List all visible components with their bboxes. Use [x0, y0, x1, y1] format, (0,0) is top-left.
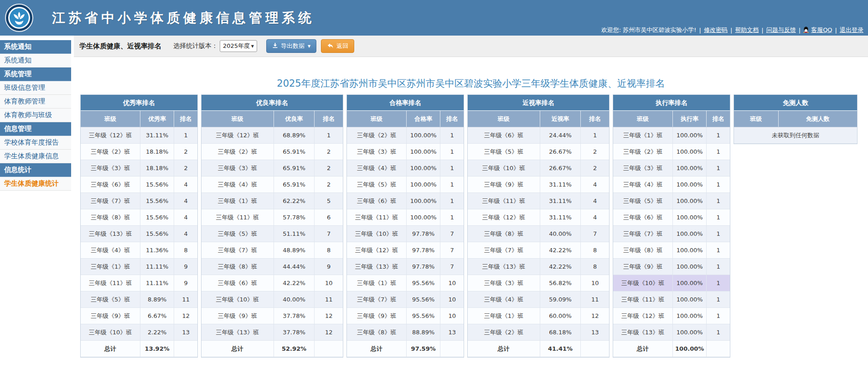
qq-penguin-icon [803, 26, 809, 34]
table-cell: 三年级《2》班 [202, 144, 274, 160]
column-header: 班级 [734, 111, 778, 127]
table-title-myopia-rate: 近视率排名 [468, 95, 609, 110]
table-row: 三年级《2》班68.18%13 [468, 324, 609, 341]
sidebar-item-school-pe-annual-report[interactable]: 学校体育年度报告 [0, 136, 71, 150]
table-cell: 100.00% [673, 209, 707, 226]
feedback-link[interactable]: 问题与反馈 [766, 26, 796, 34]
table-cell: 三年级《6》班 [468, 127, 540, 144]
table-cell: 10 [581, 275, 609, 291]
table-row: 三年级《12》班31.11%1 [81, 127, 197, 144]
back-button[interactable]: 返回 [321, 39, 354, 53]
table-cell: 26.67% [540, 144, 581, 160]
table-cell: 4 [581, 177, 609, 193]
table-cell: 26.67% [540, 160, 581, 177]
sidebar-item-student-fitness-stats[interactable]: 学生体质健康统计 [0, 177, 71, 191]
table-cell: 三年级《6》班 [202, 275, 274, 291]
table-cell: 15.56% [140, 193, 174, 209]
download-icon [272, 42, 278, 50]
table-row: 三年级《8》班15.56%4 [81, 209, 197, 226]
table-cell: 总计 [81, 341, 140, 357]
table-cell: 三年级《12》班 [81, 127, 140, 144]
table-cell: 9 [174, 275, 197, 291]
table-cell: 62.22% [274, 193, 315, 209]
table-row: 三年级《2》班100.00%1 [347, 127, 464, 144]
sidebar-item-class-info-mgmt[interactable]: 班级信息管理 [0, 81, 71, 95]
table-row: 三年级《3》班65.91%2 [202, 160, 343, 177]
table-cell: 1 [440, 193, 464, 209]
sidebar-item-system-notice[interactable]: 系统通知 [0, 54, 71, 68]
table-cell: 31.11% [540, 193, 581, 209]
table-cell: 三年级《4》班 [81, 242, 140, 259]
table-cell: 6.67% [140, 308, 174, 324]
sidebar-section-info-stats-group: 信息统计 [0, 163, 71, 177]
table-cell: 11 [581, 291, 609, 308]
table-cell: 三年级《5》班 [613, 193, 673, 209]
table-row: 三年级《11》班100.00%1 [347, 209, 464, 226]
column-header: 排名 [315, 111, 343, 127]
table-cell: 1 [707, 193, 730, 209]
table-cell: 1 [174, 127, 197, 144]
table-cell: 8 [581, 242, 609, 259]
column-header: 合格率 [407, 111, 440, 127]
table-cell: 100.00% [673, 324, 707, 341]
table-cell: 三年级《6》班 [613, 209, 673, 226]
table-row: 三年级《3》班100.00%1 [613, 160, 730, 177]
table-cell: 2 [315, 177, 343, 193]
table-header-row: 班级优良率排名 [202, 111, 343, 127]
table-row: 三年级《7》班100.00%1 [613, 226, 730, 242]
table-cell: 95.56% [407, 275, 440, 291]
table-cell: 三年级《11》班 [202, 209, 274, 226]
logout-link[interactable]: 退出登录 [840, 26, 863, 34]
help-doc-link[interactable]: 帮助文档 [735, 26, 759, 34]
table-cell: 100.00% [673, 291, 707, 308]
table-cell: 13 [581, 324, 609, 341]
table-cell: 三年级《8》班 [81, 209, 140, 226]
table-cell: 三年级《13》班 [202, 324, 274, 341]
table-row: 三年级《10》班100.00%1 [613, 275, 730, 291]
table-cell: 三年级《1》班 [613, 127, 673, 144]
table-cell: 7 [440, 242, 464, 259]
table-cell: 三年级《3》班 [347, 144, 407, 160]
page: 江苏省中小学体质健康信息管理系统 欢迎您: 苏州市吴中区碧波实验小学! | 修改… [0, 0, 868, 374]
table-cell: 100.00% [407, 127, 440, 144]
table-row: 三年级《6》班100.00%1 [347, 193, 464, 209]
table-cell: 65.91% [274, 144, 315, 160]
table-cell: 三年级《12》班 [468, 209, 540, 226]
sidebar-item-student-fitness-info[interactable]: 学生体质健康信息 [0, 150, 71, 163]
table-cell: 42.22% [274, 275, 315, 291]
table-cell: 42.22% [540, 259, 581, 275]
table-cell: 1 [707, 308, 730, 324]
table-cell: 总计 [613, 341, 673, 357]
table-cell: 三年级《13》班 [613, 324, 673, 341]
table-execution-rate: 执行率排名班级执行率排名三年级《1》班100.00%1三年级《2》班100.00… [613, 94, 730, 358]
table-cell: 1 [440, 127, 464, 144]
table-row: 三年级《6》班24.44%1 [468, 127, 609, 144]
version-select[interactable]: 2025年度 ▼ [220, 40, 257, 52]
app-header: 江苏省中小学体质健康信息管理系统 欢迎您: 苏州市吴中区碧波实验小学! | 修改… [0, 0, 868, 36]
change-password-link[interactable]: 修改密码 [704, 26, 728, 34]
table-cell: 8 [174, 242, 197, 259]
table-cell: 三年级《9》班 [81, 308, 140, 324]
table-row: 三年级《10》班2.22%13 [81, 324, 197, 341]
table-header-row: 班级合格率排名 [347, 111, 464, 127]
table-cell: 100.00% [673, 144, 707, 160]
sidebar-item-pe-teacher-mgmt[interactable]: 体育教师管理 [0, 95, 71, 109]
export-data-button[interactable]: 导出数据 ▼ [266, 39, 316, 53]
table-cell: 三年级《5》班 [202, 226, 274, 242]
table-cell: 24.44% [540, 127, 581, 144]
table-row: 三年级《10》班40.00%11 [202, 291, 343, 308]
table-cell: 9 [174, 259, 197, 275]
table-row: 三年级《9》班6.67%12 [81, 308, 197, 324]
table-row: 三年级《3》班18.18%2 [81, 160, 197, 177]
customer-service-qq-link[interactable]: 客服QQ [811, 26, 832, 34]
table-good-rate: 优良率排名班级优良率排名三年级《12》班68.89%1三年级《2》班65.91%… [201, 94, 343, 358]
table-cell: 6 [315, 209, 343, 226]
table-excellent-rate: 优秀率排名班级优秀率排名三年级《12》班31.11%1三年级《2》班18.18%… [80, 94, 198, 358]
table-cell: 三年级《1》班 [347, 275, 407, 291]
table-row: 三年级《12》班68.89%1 [202, 127, 343, 144]
table-title-good-rate: 优良率排名 [202, 95, 343, 110]
empty-message: 未获取到任何数据 [734, 127, 857, 144]
sidebar-item-pe-teacher-class[interactable]: 体育教师与班级 [0, 109, 71, 122]
table-cell: 三年级《3》班 [613, 160, 673, 177]
table-cell: 三年级《7》班 [613, 226, 673, 242]
